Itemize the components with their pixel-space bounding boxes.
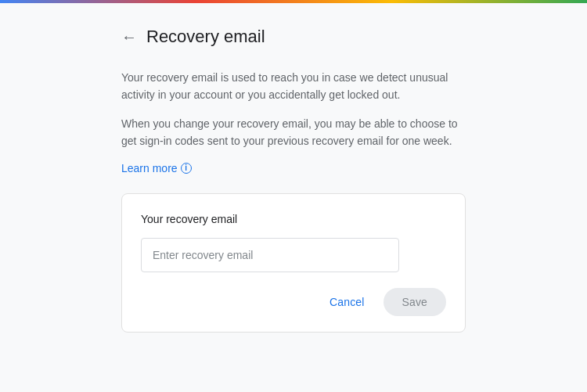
description-paragraph-2: When you change your recovery email, you…: [121, 115, 466, 150]
card-section-title: Your recovery email: [141, 213, 446, 225]
recovery-email-input[interactable]: [141, 238, 399, 272]
card-actions: Cancel Save: [141, 288, 446, 316]
cancel-button[interactable]: Cancel: [317, 288, 376, 316]
learn-more-label: Learn more: [121, 162, 178, 174]
page-title: Recovery email: [146, 27, 265, 47]
page-container: ← Recovery email Your recovery email is …: [0, 0, 587, 392]
page-header: ← Recovery email: [121, 27, 466, 47]
save-button[interactable]: Save: [384, 288, 446, 316]
info-icon: i: [181, 163, 192, 174]
description-paragraph-1: Your recovery email is used to reach you…: [121, 69, 466, 104]
learn-more-link[interactable]: Learn more i: [121, 162, 192, 174]
content-area: ← Recovery email Your recovery email is …: [0, 3, 587, 392]
recovery-email-card: Your recovery email Cancel Save: [121, 193, 466, 333]
back-button[interactable]: ←: [121, 28, 137, 46]
